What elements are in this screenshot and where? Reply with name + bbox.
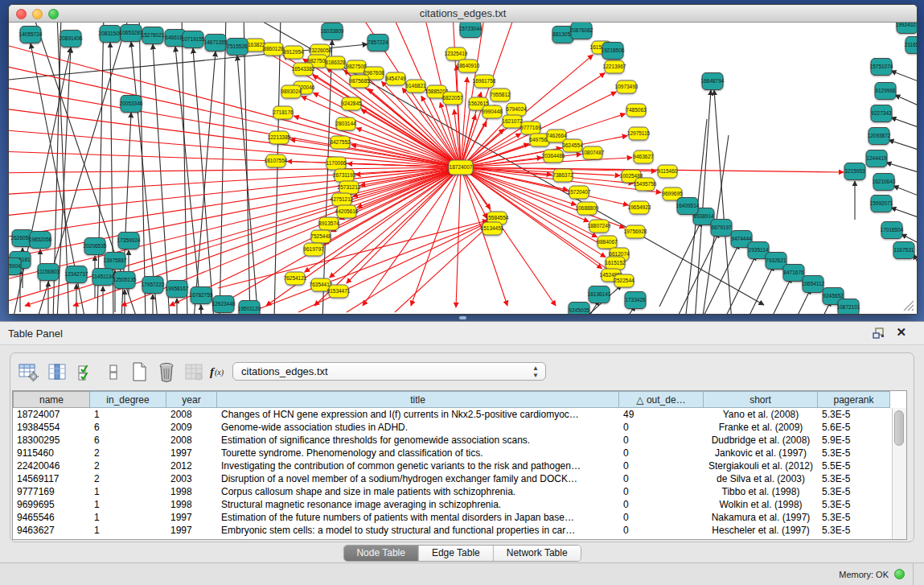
- table-cell-title[interactable]: Embryonic stem cells: a model to study s…: [217, 524, 619, 537]
- table-cell-pagerank[interactable]: 5.3E-5: [818, 447, 890, 459]
- table-cell-title[interactable]: Structural magnetic resonance image aver…: [217, 498, 619, 511]
- table-cell-name[interactable]: 9115460: [13, 447, 90, 459]
- table-cell-pagerank[interactable]: 5.3E-5: [818, 408, 890, 421]
- graph-node-external[interactable]: 7515526: [227, 39, 248, 56]
- graph-node-paper[interactable]: 7525448: [310, 230, 331, 243]
- graph-node-paper[interactable]: 91534471: [327, 285, 351, 298]
- table-cell-short[interactable]: de Silva et al. (2003): [704, 472, 818, 485]
- table-cell-short[interactable]: Wolkin et al. (1998): [704, 498, 818, 511]
- table-cell-title[interactable]: Estimation of significance thresholds fo…: [217, 434, 619, 447]
- column-header-pagerank[interactable]: pagerank: [818, 391, 890, 408]
- graph-node-external[interactable]: 1167531: [893, 242, 914, 259]
- graph-node-paper[interactable]: 15134451: [481, 222, 504, 235]
- table-cell-title[interactable]: Genome-wide association studies in ADHD.: [217, 421, 619, 434]
- table-cell-in_degree[interactable]: 1: [90, 498, 166, 511]
- table-cell-name[interactable]: 22420046: [13, 459, 90, 472]
- table-cell-name[interactable]: 9777169: [13, 485, 90, 498]
- table-cell-out_degree[interactable]: 0: [619, 434, 704, 447]
- function-builder-icon[interactable]: f (x): [208, 360, 231, 383]
- table-cell-pagerank[interactable]: 5.3E-5: [818, 524, 890, 537]
- graph-node-paper[interactable]: 1615152: [605, 257, 626, 270]
- scrollbar-thumb[interactable]: [894, 410, 904, 446]
- graph-node-paper[interactable]: 10688809: [576, 202, 599, 215]
- table-cell-name[interactable]: 14569117: [13, 472, 90, 485]
- column-header-name[interactable]: name: [13, 391, 90, 408]
- graph-node-paper[interactable]: 1621072: [502, 115, 523, 128]
- graph-node-paper[interactable]: 2522544: [614, 274, 634, 287]
- graph-node-external[interactable]: 16210643: [873, 174, 896, 191]
- graph-node-external[interactable]: 20876082: [570, 23, 593, 39]
- graph-node-external[interactable]: 17359924: [117, 233, 141, 249]
- table-cell-short[interactable]: Yano et al. (2008): [704, 408, 818, 421]
- table-cell-year[interactable]: 2009: [166, 421, 217, 434]
- graph-node-external[interactable]: 20891406: [60, 31, 83, 47]
- table-cell-out_degree[interactable]: 0: [619, 511, 704, 524]
- graph-node-paper[interactable]: 7955812: [490, 89, 511, 101]
- table-cell-short[interactable]: Nakamura et al. (1997): [704, 511, 818, 524]
- graph-node-paper[interactable]: 9777169: [520, 122, 541, 134]
- table-cell-out_degree[interactable]: 0: [619, 472, 704, 485]
- table-cell-year[interactable]: 1997: [166, 511, 217, 524]
- graph-node-paper[interactable]: 19756928: [624, 225, 647, 238]
- graph-node-paper[interactable]: 9884067: [597, 236, 618, 249]
- graph-node-external[interactable]: 1733426: [625, 292, 646, 309]
- graph-node-external[interactable]: 13975887: [104, 253, 127, 270]
- table-cell-in_degree[interactable]: 6: [90, 421, 166, 434]
- graph-node-external[interactable]: 3915904: [9, 258, 21, 275]
- close-panel-icon[interactable]: ✕: [896, 325, 906, 340]
- graph-node-external[interactable]: 21165230: [905, 37, 917, 54]
- table-cell-in_degree[interactable]: 2: [90, 472, 166, 485]
- graph-node-external[interactable]: 10654112: [802, 276, 825, 293]
- table-cell-name[interactable]: 18724007: [13, 408, 90, 421]
- table-row[interactable]: 1938455462009Genome-wide association stu…: [13, 421, 906, 434]
- table-cell-in_degree[interactable]: 2: [90, 459, 166, 472]
- table-cell-in_degree[interactable]: 1: [90, 511, 166, 524]
- graph-node-paper[interactable]: 8860128: [263, 43, 284, 56]
- graph-node-paper[interactable]: 9242845: [341, 97, 362, 110]
- graph-node-paper[interactable]: 6794024: [506, 103, 527, 116]
- delete-table-button[interactable]: [183, 360, 205, 383]
- graph-node-paper[interactable]: 8186328: [325, 56, 346, 69]
- table-selector-dropdown[interactable]: citations_edges.txt ▲▼: [232, 362, 546, 381]
- graph-node-paper[interactable]: 10973493: [615, 80, 639, 93]
- float-window-icon[interactable]: [873, 328, 885, 340]
- table-cell-year[interactable]: 1998: [166, 485, 217, 498]
- graph-node-paper[interactable]: 44205616: [335, 205, 359, 218]
- graph-node-external[interactable]: 14055724: [19, 27, 43, 43]
- graph-node-external[interactable]: 12923448: [212, 296, 236, 313]
- graph-node-external[interactable]: 15751074: [870, 59, 893, 76]
- graph-node-paper[interactable]: 9875685: [349, 75, 370, 88]
- graph-node-paper[interactable]: 20364486: [542, 150, 565, 163]
- graph-node-paper[interactable]: 12325419: [445, 47, 468, 60]
- vertical-scrollbar[interactable]: [892, 408, 906, 539]
- table-settings-button[interactable]: [17, 360, 39, 383]
- graph-node-external[interactable]: 19501120: [238, 301, 261, 315]
- table-cell-year[interactable]: 1997: [166, 447, 217, 459]
- table-cell-in_degree[interactable]: 1: [90, 408, 166, 421]
- graph-node-paper[interactable]: 18640910: [457, 60, 480, 72]
- table-cell-title[interactable]: Disruption of a novel member of a sodium…: [217, 472, 619, 485]
- graph-node-external[interactable]: 9129966: [875, 83, 896, 100]
- table-cell-year[interactable]: 2012: [166, 459, 217, 472]
- table-row[interactable]: 911546021997Tourette syndrome. Phenomeno…: [13, 447, 906, 459]
- column-header-out_degree[interactable]: △ out_de…: [619, 391, 704, 408]
- table-cell-out_degree[interactable]: 0: [619, 485, 704, 498]
- graph-node-paper[interactable]: 76254121: [284, 272, 307, 285]
- graph-node-paper[interactable]: 18724007: [449, 160, 473, 175]
- table-cell-pagerank[interactable]: 5.5E-5: [818, 459, 890, 472]
- graph-node-external[interactable]: 20053346: [120, 96, 143, 113]
- table-cell-title[interactable]: Changes of HCN gene expression and I(f) …: [217, 408, 619, 421]
- graph-node-paper[interactable]: 9619797: [303, 243, 324, 256]
- graph-node-external[interactable]: 16033809: [321, 23, 344, 40]
- column-header-year[interactable]: year: [166, 391, 217, 408]
- table-row[interactable]: 1456911722003Disruption of a novel membe…: [13, 472, 906, 485]
- graph-node-paper[interactable]: 16543382: [292, 63, 315, 76]
- table-row[interactable]: 1830029562008Estimation of significance …: [13, 434, 906, 447]
- graph-node-external[interactable]: 16648794: [701, 73, 725, 90]
- graph-node-paper[interactable]: 25731212: [338, 181, 361, 194]
- graph-node-external[interactable]: 19852056: [29, 232, 52, 249]
- show-column-button[interactable]: [46, 360, 68, 383]
- table-cell-out_degree[interactable]: 0: [619, 524, 704, 537]
- table-row[interactable]: 946362711997Embryonic stem cells: a mode…: [13, 524, 906, 537]
- graph-node-external[interactable]: 19958167: [166, 281, 189, 298]
